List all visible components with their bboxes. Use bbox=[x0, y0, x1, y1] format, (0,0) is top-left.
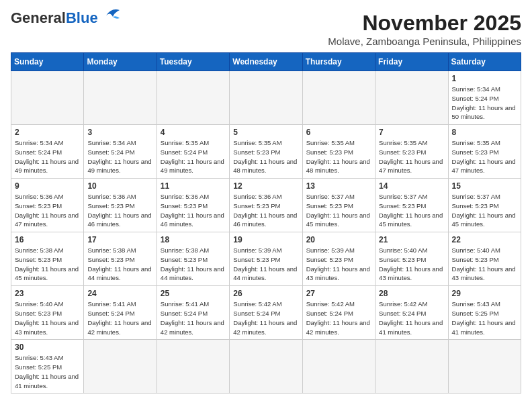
location-title: Molave, Zamboanga Peninsula, Philippines bbox=[328, 36, 521, 47]
calendar-cell bbox=[448, 340, 521, 394]
calendar-cell: 15Sunrise: 5:37 AMSunset: 5:23 PMDayligh… bbox=[448, 179, 521, 232]
cell-info: Sunrise: 5:42 AMSunset: 5:24 PMDaylight:… bbox=[379, 300, 444, 336]
calendar-cell: 28Sunrise: 5:42 AMSunset: 5:24 PMDayligh… bbox=[375, 286, 448, 340]
calendar-cell: 27Sunrise: 5:42 AMSunset: 5:24 PMDayligh… bbox=[302, 286, 375, 340]
day-number: 15 bbox=[452, 181, 517, 191]
title-block: November 2025 Molave, Zamboanga Peninsul… bbox=[328, 11, 521, 47]
day-number: 27 bbox=[306, 289, 371, 298]
day-number: 11 bbox=[161, 181, 226, 191]
cell-info: Sunrise: 5:40 AMSunset: 5:23 PMDaylight:… bbox=[379, 246, 444, 283]
day-number: 5 bbox=[233, 128, 298, 137]
day-number: 7 bbox=[379, 128, 444, 137]
calendar-cell: 8Sunrise: 5:35 AMSunset: 5:23 PMDaylight… bbox=[448, 125, 521, 179]
cell-info: Sunrise: 5:36 AMSunset: 5:23 PMDaylight:… bbox=[87, 192, 152, 229]
calendar-cell bbox=[84, 340, 157, 394]
calendar-cell: 17Sunrise: 5:38 AMSunset: 5:23 PMDayligh… bbox=[84, 232, 157, 286]
calendar-cell: 6Sunrise: 5:35 AMSunset: 5:23 PMDaylight… bbox=[302, 125, 375, 179]
page-header: GeneralBlue November 2025 Molave, Zamboa… bbox=[11, 11, 521, 47]
weekday-header: Saturday bbox=[448, 53, 521, 71]
calendar-cell: 9Sunrise: 5:36 AMSunset: 5:23 PMDaylight… bbox=[11, 179, 84, 232]
day-number: 25 bbox=[161, 289, 226, 298]
cell-info: Sunrise: 5:37 AMSunset: 5:23 PMDaylight:… bbox=[306, 192, 371, 229]
cell-info: Sunrise: 5:38 AMSunset: 5:23 PMDaylight:… bbox=[161, 246, 226, 283]
logo-general: General bbox=[11, 9, 66, 26]
cell-info: Sunrise: 5:34 AMSunset: 5:24 PMDaylight:… bbox=[15, 138, 80, 175]
cell-info: Sunrise: 5:35 AMSunset: 5:23 PMDaylight:… bbox=[379, 138, 444, 175]
calendar-cell bbox=[157, 71, 229, 125]
day-number: 28 bbox=[379, 289, 444, 298]
cell-info: Sunrise: 5:36 AMSunset: 5:23 PMDaylight:… bbox=[161, 192, 226, 229]
calendar-cell: 10Sunrise: 5:36 AMSunset: 5:23 PMDayligh… bbox=[84, 179, 157, 232]
day-number: 9 bbox=[15, 181, 80, 191]
day-number: 14 bbox=[379, 181, 444, 191]
cell-info: Sunrise: 5:39 AMSunset: 5:23 PMDaylight:… bbox=[233, 246, 298, 283]
logo-blue: Blue bbox=[66, 9, 98, 26]
calendar-cell: 21Sunrise: 5:40 AMSunset: 5:23 PMDayligh… bbox=[375, 232, 448, 286]
cell-info: Sunrise: 5:41 AMSunset: 5:24 PMDaylight:… bbox=[161, 300, 226, 336]
day-number: 4 bbox=[161, 128, 226, 137]
day-number: 12 bbox=[233, 181, 298, 191]
day-number: 22 bbox=[452, 235, 517, 244]
calendar-cell bbox=[84, 71, 157, 125]
day-number: 13 bbox=[306, 181, 371, 191]
calendar-cell: 11Sunrise: 5:36 AMSunset: 5:23 PMDayligh… bbox=[157, 179, 229, 232]
weekday-header: Sunday bbox=[11, 53, 84, 71]
day-number: 16 bbox=[15, 235, 80, 244]
cell-info: Sunrise: 5:35 AMSunset: 5:23 PMDaylight:… bbox=[306, 138, 371, 175]
cell-info: Sunrise: 5:37 AMSunset: 5:23 PMDaylight:… bbox=[452, 192, 517, 229]
cell-info: Sunrise: 5:38 AMSunset: 5:23 PMDaylight:… bbox=[15, 246, 80, 283]
logo-bird-icon bbox=[99, 6, 125, 25]
calendar-cell bbox=[302, 71, 375, 125]
calendar-cell: 30Sunrise: 5:43 AMSunset: 5:25 PMDayligh… bbox=[11, 340, 84, 394]
day-number: 23 bbox=[15, 289, 80, 298]
calendar-cell: 3Sunrise: 5:34 AMSunset: 5:24 PMDaylight… bbox=[84, 125, 157, 179]
calendar-cell: 4Sunrise: 5:35 AMSunset: 5:24 PMDaylight… bbox=[157, 125, 229, 179]
day-number: 6 bbox=[306, 128, 371, 137]
calendar-cell: 24Sunrise: 5:41 AMSunset: 5:24 PMDayligh… bbox=[84, 286, 157, 340]
calendar-cell bbox=[302, 340, 375, 394]
cell-info: Sunrise: 5:35 AMSunset: 5:24 PMDaylight:… bbox=[161, 138, 226, 175]
calendar-cell: 7Sunrise: 5:35 AMSunset: 5:23 PMDaylight… bbox=[375, 125, 448, 179]
calendar-week-row: 16Sunrise: 5:38 AMSunset: 5:23 PMDayligh… bbox=[11, 232, 521, 286]
day-number: 19 bbox=[233, 235, 298, 244]
cell-info: Sunrise: 5:41 AMSunset: 5:24 PMDaylight:… bbox=[87, 300, 152, 336]
calendar-week-row: 9Sunrise: 5:36 AMSunset: 5:23 PMDaylight… bbox=[11, 179, 521, 232]
calendar-cell: 20Sunrise: 5:39 AMSunset: 5:23 PMDayligh… bbox=[302, 232, 375, 286]
calendar-cell: 18Sunrise: 5:38 AMSunset: 5:23 PMDayligh… bbox=[157, 232, 229, 286]
calendar-cell: 1Sunrise: 5:34 AMSunset: 5:24 PMDaylight… bbox=[448, 71, 521, 125]
cell-info: Sunrise: 5:35 AMSunset: 5:23 PMDaylight:… bbox=[233, 138, 298, 175]
logo-text: GeneralBlue bbox=[11, 11, 98, 26]
calendar-cell: 5Sunrise: 5:35 AMSunset: 5:23 PMDaylight… bbox=[230, 125, 302, 179]
cell-info: Sunrise: 5:43 AMSunset: 5:25 PMDaylight:… bbox=[452, 300, 517, 336]
cell-info: Sunrise: 5:36 AMSunset: 5:23 PMDaylight:… bbox=[233, 192, 298, 229]
calendar-cell: 16Sunrise: 5:38 AMSunset: 5:23 PMDayligh… bbox=[11, 232, 84, 286]
cell-info: Sunrise: 5:39 AMSunset: 5:23 PMDaylight:… bbox=[306, 246, 371, 283]
cell-info: Sunrise: 5:36 AMSunset: 5:23 PMDaylight:… bbox=[15, 192, 80, 229]
calendar-cell bbox=[11, 71, 84, 125]
day-number: 29 bbox=[452, 289, 517, 298]
cell-info: Sunrise: 5:40 AMSunset: 5:23 PMDaylight:… bbox=[15, 300, 80, 336]
cell-info: Sunrise: 5:42 AMSunset: 5:24 PMDaylight:… bbox=[306, 300, 371, 336]
calendar-week-row: 2Sunrise: 5:34 AMSunset: 5:24 PMDaylight… bbox=[11, 125, 521, 179]
calendar-cell bbox=[375, 340, 448, 394]
day-number: 30 bbox=[15, 342, 80, 352]
weekday-header: Monday bbox=[84, 53, 157, 71]
calendar-table: SundayMondayTuesdayWednesdayThursdayFrid… bbox=[11, 52, 521, 394]
day-number: 26 bbox=[233, 289, 298, 298]
calendar-cell: 23Sunrise: 5:40 AMSunset: 5:23 PMDayligh… bbox=[11, 286, 84, 340]
weekday-header: Wednesday bbox=[230, 53, 302, 71]
day-number: 2 bbox=[15, 128, 80, 137]
day-number: 10 bbox=[87, 181, 152, 191]
day-number: 3 bbox=[87, 128, 152, 137]
calendar-cell: 25Sunrise: 5:41 AMSunset: 5:24 PMDayligh… bbox=[157, 286, 229, 340]
calendar-week-row: 1Sunrise: 5:34 AMSunset: 5:24 PMDaylight… bbox=[11, 71, 521, 125]
calendar-cell bbox=[230, 340, 302, 394]
day-number: 21 bbox=[379, 235, 444, 244]
weekday-header: Thursday bbox=[302, 53, 375, 71]
weekday-header: Friday bbox=[375, 53, 448, 71]
calendar-cell: 12Sunrise: 5:36 AMSunset: 5:23 PMDayligh… bbox=[230, 179, 302, 232]
cell-info: Sunrise: 5:43 AMSunset: 5:25 PMDaylight:… bbox=[15, 353, 80, 390]
calendar-cell: 19Sunrise: 5:39 AMSunset: 5:23 PMDayligh… bbox=[230, 232, 302, 286]
cell-info: Sunrise: 5:40 AMSunset: 5:23 PMDaylight:… bbox=[452, 246, 517, 283]
calendar-cell: 22Sunrise: 5:40 AMSunset: 5:23 PMDayligh… bbox=[448, 232, 521, 286]
